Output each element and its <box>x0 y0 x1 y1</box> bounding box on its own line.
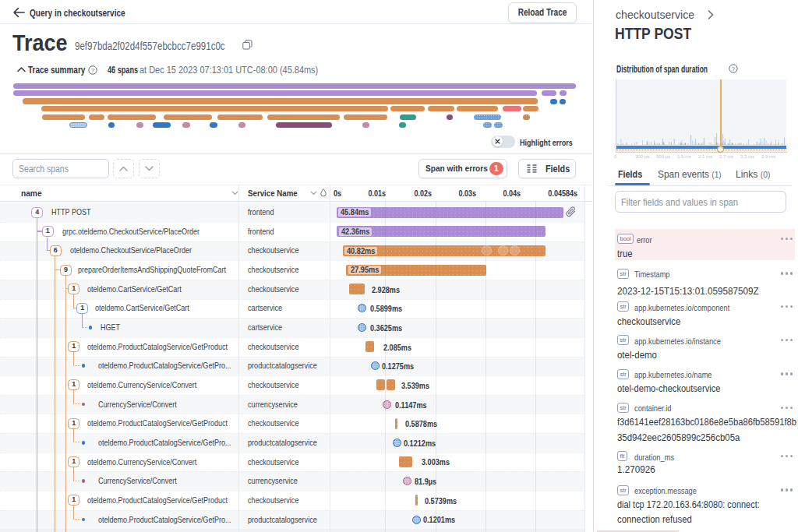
svg-text:?: ? <box>91 66 95 73</box>
svg-text:?: ? <box>732 65 736 72</box>
